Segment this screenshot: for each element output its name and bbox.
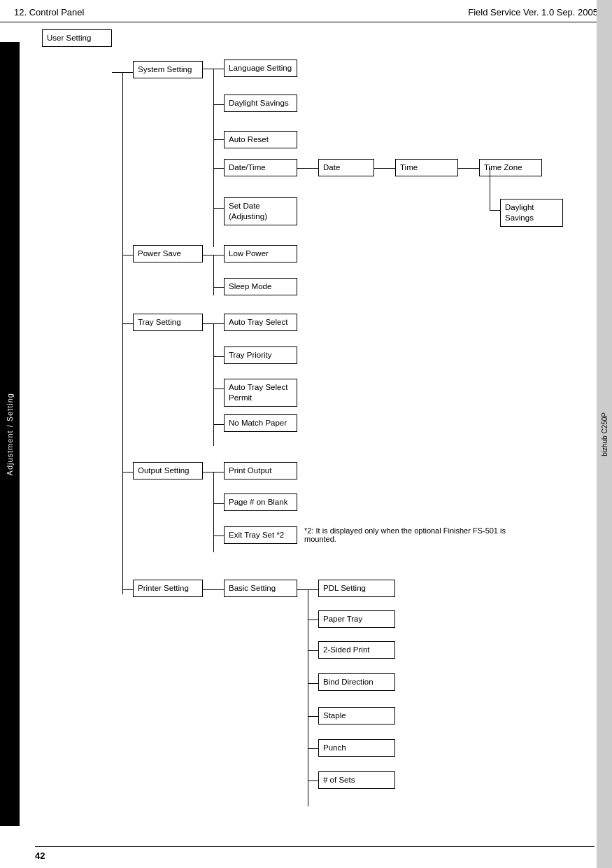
page-header: 12. Control Panel Field Service Ver. 1.0… [0,0,612,22]
line-datetime-date [297,168,318,169]
line-to-autoreset [213,139,224,140]
line-to-twosidedprint [308,650,318,651]
vline-timezone-children [490,168,490,210]
power-save-node: Power Save [133,245,203,262]
header-left: 12. Control Panel [14,7,84,18]
line-date-time [374,168,395,169]
line-to-papertray [308,620,318,620]
time-node: Time [395,159,458,176]
tray-priority-node: Tray Priority [224,346,297,364]
line-to-sleepmode [213,287,224,288]
vline-outputsetting-children [213,472,214,552]
vline-user-children [122,73,123,244]
paper-tray-node: Paper Tray [318,610,395,628]
no-match-paper-node: No Match Paper [224,414,297,432]
printer-setting-node: Printer Setting [133,580,203,597]
line-to-staple [308,716,318,717]
line-to-datetime [213,168,224,169]
date-node: Date [318,159,374,176]
line-to-numofsets [308,780,318,781]
vline-system-children [213,69,214,247]
line-time-timezone [458,168,479,169]
auto-tray-select-node: Auto Tray Select [224,314,297,331]
line-to-punch [308,748,318,749]
daylight-savings-1-node: Daylight Savings [224,94,297,112]
print-output-node: Print Output [224,462,297,479]
exit-tray-set-node: Exit Tray Set *2 [224,526,297,544]
user-setting-node: User Setting [42,29,112,47]
page-number: 42 [35,850,45,861]
line-printersetting-basicsetting [203,589,224,590]
bind-direction-node: Bind Direction [318,673,395,691]
auto-reset-node: Auto Reset [224,131,297,148]
line-to-daylight2 [490,210,500,211]
page-on-blank-node: Page # on Blank [224,493,297,511]
pdl-setting-node: PDL Setting [318,580,395,597]
line-to-nomatchpaper [213,424,224,425]
page-footer: 42 [35,846,595,861]
left-sidebar-label: Adjustment / Setting [6,393,14,475]
main-content: User Setting System Setting Language Set… [35,22,595,841]
low-power-node: Low Power [224,245,297,262]
right-sidebar-label: bizhub C250P [601,412,609,456]
time-zone-node: Time Zone [479,159,542,176]
daylight-savings-2-node: Daylight Savings [500,199,563,227]
language-setting-node: Language Setting [224,59,297,77]
vline-powersave-children [213,255,214,295]
line-to-traypriority [213,356,224,357]
staple-node: Staple [318,707,395,724]
system-setting-node: System Setting [133,61,203,78]
right-sidebar-tab: bizhub C250P [597,0,612,868]
vline-traysetting-children [213,323,214,446]
two-sided-print-node: 2-Sided Print [318,641,395,659]
tray-setting-node: Tray Setting [133,314,203,331]
line-to-autotrayselectpermit [213,388,224,389]
auto-tray-select-permit-node: Auto Tray Select Permit [224,379,297,407]
header-right: Field Service Ver. 1.0 Sep. 2005 [468,7,598,18]
punch-node: Punch [318,739,395,757]
line-to-traysetting [122,323,133,324]
output-setting-node: Output Setting [133,462,203,479]
line-to-outputsetting [122,472,133,472]
date-time-node: Date/Time [224,159,297,176]
sleep-mode-node: Sleep Mode [224,278,297,295]
left-sidebar-tab: Adjustment / Setting [0,42,20,826]
vline-basicsetting-children [308,589,308,806]
note-text: *2: It is displayed only when the option… [304,526,528,543]
num-of-sets-node: # of Sets [318,771,395,789]
line-to-binddirection [308,683,318,684]
line-to-exittrayset [213,536,224,536]
vline-user-to-printer [122,244,123,594]
set-date-node: Set Date (Adjusting) [224,197,297,225]
line-to-pageonblank [213,503,224,504]
line-to-daylight1 [213,104,224,105]
line-to-powersave [122,255,133,255]
diagram: User Setting System Setting Language Set… [42,29,588,813]
basic-setting-node: Basic Setting [224,580,297,597]
line-to-setdate [213,208,224,209]
line-to-printersetting [122,589,133,590]
